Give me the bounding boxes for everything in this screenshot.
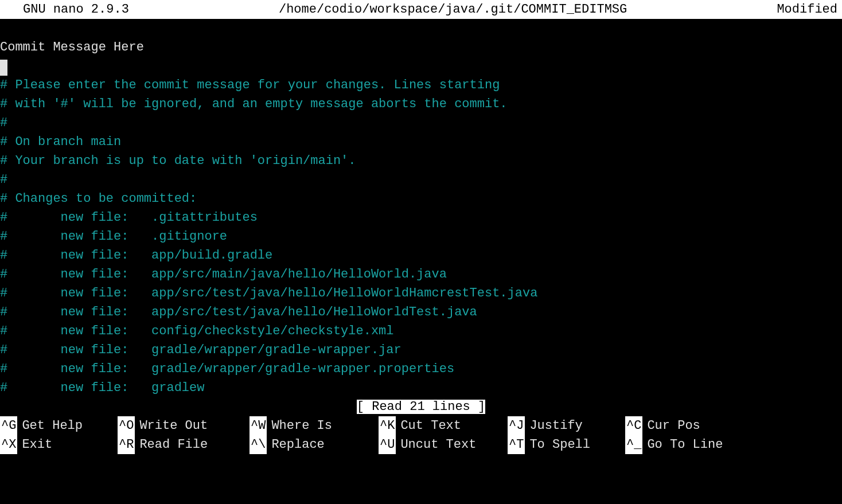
key-description: Justify <box>525 416 582 435</box>
comment-line[interactable]: # <box>0 114 842 132</box>
comment-line[interactable]: # Your branch is up to date with 'origin… <box>0 151 842 170</box>
comment-line[interactable]: # Please enter the commit message for yo… <box>0 76 842 95</box>
key-label: ^O <box>118 416 135 435</box>
title-bar: GNU nano 2.9.3 /home/codio/workspace/jav… <box>0 0 842 19</box>
key-label: ^C <box>625 416 642 435</box>
shortcut-write-out[interactable]: ^OWrite Out <box>118 416 250 435</box>
key-description: Uncut Text <box>396 435 476 454</box>
cursor <box>0 60 7 76</box>
editor-area[interactable]: Commit Message Here # Please enter the c… <box>0 19 842 397</box>
comment-line[interactable]: # new file: gradlew <box>0 378 842 397</box>
comment-line[interactable]: # new file: app/build.gradle <box>0 246 842 265</box>
key-label: ^R <box>118 435 135 454</box>
key-description: Cut Text <box>396 416 461 435</box>
key-label: ^K <box>379 416 396 435</box>
shortcut-uncut-text[interactable]: ^UUncut Text <box>379 435 508 454</box>
shortcut-exit[interactable]: ^XExit <box>0 435 118 454</box>
shortcut-where-is[interactable]: ^WWhere Is <box>250 416 379 435</box>
comment-line[interactable]: # <box>0 170 842 189</box>
file-status: Modified <box>777 0 840 19</box>
comment-line[interactable]: # new file: app/src/test/java/hello/Hell… <box>0 284 842 303</box>
comment-line[interactable]: # new file: app/src/main/java/hello/Hell… <box>0 265 842 284</box>
key-description: Cur Pos <box>642 416 700 435</box>
shortcut-justify[interactable]: ^JJustify <box>508 416 625 435</box>
shortcuts-bar: ^GGet Help ^OWrite Out ^WWhere Is ^KCut … <box>0 416 842 454</box>
shortcut-to-spell[interactable]: ^TTo Spell <box>508 435 625 454</box>
shortcut-cur-pos[interactable]: ^CCur Pos <box>625 416 760 435</box>
shortcut-replace[interactable]: ^\Replace <box>250 435 379 454</box>
key-description: Replace <box>267 435 324 454</box>
key-label: ^J <box>508 416 525 435</box>
blank-line <box>0 19 842 38</box>
comment-line[interactable]: # On branch main <box>0 132 842 151</box>
cursor-line[interactable] <box>0 57 842 76</box>
key-description: Exit <box>17 435 52 454</box>
comment-line[interactable]: # new file: .gitignore <box>0 227 842 246</box>
status-message: [ Read 21 lines ] <box>357 400 485 414</box>
key-label: ^T <box>508 435 525 454</box>
comment-line[interactable]: # new file: config/checkstyle/checkstyle… <box>0 322 842 341</box>
key-label: ^\ <box>250 435 267 454</box>
key-description: Go To Line <box>642 435 723 454</box>
comment-line[interactable]: # new file: gradle/wrapper/gradle-wrappe… <box>0 360 842 378</box>
shortcut-row-1: ^GGet Help ^OWrite Out ^WWhere Is ^KCut … <box>0 416 842 435</box>
shortcut-go-to-line[interactable]: ^_Go To Line <box>625 435 760 454</box>
key-label: ^G <box>0 416 17 435</box>
file-path: /home/codio/workspace/java/.git/COMMIT_E… <box>129 0 777 19</box>
comment-line[interactable]: # new file: .gitattributes <box>0 208 842 227</box>
comment-line[interactable]: # new file: gradle/wrapper/gradle-wrappe… <box>0 341 842 360</box>
key-description: Read File <box>135 435 208 454</box>
app-name: GNU nano 2.9.3 <box>2 0 129 19</box>
status-line: [ Read 21 lines ] <box>0 397 842 416</box>
commit-message-line[interactable]: Commit Message Here <box>0 38 842 57</box>
shortcut-cut-text[interactable]: ^KCut Text <box>379 416 508 435</box>
shortcut-row-2: ^XExit ^RRead File ^\Replace ^UUncut Tex… <box>0 435 842 454</box>
comment-line[interactable]: # new file: app/src/test/java/hello/Hell… <box>0 303 842 322</box>
shortcut-read-file[interactable]: ^RRead File <box>118 435 250 454</box>
key-label: ^X <box>0 435 17 454</box>
key-description: Where Is <box>267 416 332 435</box>
key-label: ^W <box>250 416 267 435</box>
key-label: ^_ <box>625 435 642 454</box>
key-description: Get Help <box>17 416 83 435</box>
shortcut-get-help[interactable]: ^GGet Help <box>0 416 118 435</box>
key-description: Write Out <box>135 416 208 435</box>
key-label: ^U <box>379 435 396 454</box>
key-description: To Spell <box>525 435 590 454</box>
comment-line[interactable]: # Changes to be committed: <box>0 189 842 208</box>
comment-line[interactable]: # with '#' will be ignored, and an empty… <box>0 95 842 114</box>
